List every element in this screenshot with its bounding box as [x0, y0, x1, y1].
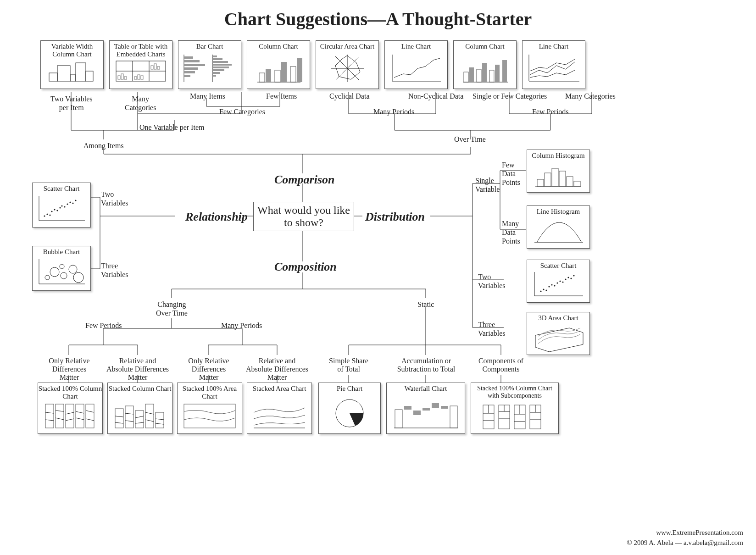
svg-rect-185 — [115, 409, 123, 428]
svg-point-166 — [565, 278, 566, 280]
card-waterfall: Waterfall Chart — [386, 383, 465, 434]
svg-rect-189 — [156, 412, 164, 428]
lbl-few-items: Few Items — [266, 92, 297, 100]
svg-rect-95 — [212, 64, 232, 66]
lbl-changing-over-time: Changing Over Time — [156, 300, 188, 317]
lbl-many-categories-top: Many Categories — [565, 92, 616, 100]
svg-line-182 — [66, 419, 74, 421]
lbl-components: Components of Components — [475, 357, 527, 373]
svg-point-135 — [67, 203, 68, 205]
lbl-many-categories: Many Categories — [125, 94, 156, 112]
lbl-single-few-cat: Single or Few Categories — [472, 92, 547, 100]
card-stacked-100-area: Stacked 100% Area Chart — [177, 383, 242, 434]
card-column-histogram: Column Histogram — [527, 150, 590, 193]
svg-rect-174 — [86, 404, 94, 428]
svg-rect-86 — [184, 60, 200, 62]
card-var-width-column: Variable Width Column Chart — [40, 40, 104, 89]
svg-line-194 — [156, 419, 164, 420]
svg-point-134 — [64, 206, 65, 207]
svg-rect-66 — [49, 73, 57, 81]
svg-line-181 — [56, 418, 64, 420]
lbl-single-variable: Single Variable — [475, 176, 500, 194]
svg-rect-173 — [76, 404, 84, 428]
lbl-two-variables-r: Two Variables — [478, 272, 506, 290]
svg-rect-170 — [45, 404, 54, 428]
card-caption: Pie Chart — [319, 385, 380, 393]
svg-line-198 — [145, 420, 154, 422]
svg-rect-85 — [184, 56, 193, 59]
credit-copyright: © 2009 A. Abela — a.v.abela@gmail.com — [627, 539, 743, 547]
svg-point-169 — [573, 275, 574, 276]
svg-point-161 — [551, 284, 552, 285]
svg-rect-79 — [138, 75, 140, 79]
svg-line-193 — [145, 412, 154, 414]
svg-marker-111 — [335, 56, 360, 79]
svg-rect-118 — [482, 63, 487, 82]
svg-rect-172 — [66, 404, 74, 428]
svg-point-163 — [556, 282, 558, 283]
svg-rect-214 — [530, 405, 541, 429]
svg-line-110 — [335, 56, 359, 80]
card-caption: Waterfall Chart — [387, 385, 465, 393]
svg-rect-213 — [514, 405, 525, 429]
svg-rect-149 — [545, 173, 551, 187]
svg-point-168 — [570, 278, 572, 279]
card-circular-area: Circular Area Chart — [316, 40, 379, 89]
svg-rect-121 — [502, 60, 507, 82]
svg-rect-105 — [290, 67, 296, 82]
svg-rect-205 — [404, 406, 411, 410]
card-stacked-area: Stacked Area Chart — [247, 383, 312, 434]
svg-point-128 — [49, 214, 50, 216]
svg-rect-209 — [441, 406, 448, 409]
lbl-one-var-per-item: One Variable per Item — [139, 123, 204, 132]
card-caption: Line Histogram — [527, 208, 589, 216]
card-column-chart: Column Chart — [247, 40, 310, 89]
svg-rect-120 — [495, 65, 500, 82]
svg-point-158 — [543, 289, 544, 290]
branch-relationship: Relationship — [185, 210, 248, 224]
svg-rect-200 — [184, 404, 235, 428]
lbl-two-variables: Two Variables — [101, 190, 128, 207]
svg-point-159 — [545, 289, 547, 291]
svg-rect-186 — [125, 406, 133, 428]
page-title: Chart Suggestions—A Thought-Starter — [0, 8, 756, 30]
card-scatter-2: Scatter Chart — [527, 260, 590, 303]
lbl-only-rel-1: Only Relative Differences Matter — [44, 357, 94, 382]
svg-rect-101 — [259, 73, 265, 82]
card-caption: Stacked 100% Column Chart — [38, 385, 102, 401]
svg-rect-67 — [57, 66, 70, 81]
svg-rect-212 — [499, 405, 510, 429]
svg-rect-171 — [56, 404, 64, 428]
svg-rect-152 — [567, 177, 573, 187]
svg-point-132 — [59, 207, 61, 208]
svg-point-144 — [60, 264, 64, 269]
svg-rect-206 — [413, 411, 421, 415]
svg-line-176 — [56, 411, 64, 411]
card-caption: Stacked Area Chart — [247, 385, 311, 393]
lbl-many-items: Many Items — [190, 92, 225, 100]
svg-rect-98 — [212, 72, 220, 74]
svg-line-192 — [135, 416, 144, 418]
card-caption: Scatter Chart — [33, 185, 90, 193]
svg-point-146 — [73, 272, 83, 283]
card-scatter: Scatter Chart — [32, 183, 91, 228]
svg-line-175 — [45, 412, 54, 413]
svg-rect-76 — [121, 74, 123, 79]
svg-point-131 — [56, 210, 58, 211]
svg-line-179 — [86, 411, 94, 412]
svg-rect-88 — [184, 67, 198, 70]
svg-rect-97 — [212, 69, 224, 71]
svg-point-133 — [61, 205, 62, 206]
branch-composition: Composition — [274, 260, 337, 274]
lbl-among-items: Among Items — [83, 141, 124, 150]
svg-rect-210 — [450, 406, 457, 428]
svg-rect-82 — [154, 64, 156, 69]
card-caption: Scatter Chart — [527, 262, 589, 270]
lbl-over-time: Over Time — [454, 135, 486, 144]
svg-point-130 — [54, 209, 55, 210]
lbl-static: Static — [417, 300, 434, 309]
svg-rect-150 — [552, 168, 558, 187]
lbl-non-cyclical: Non-Cyclical Data — [408, 92, 463, 100]
svg-rect-81 — [151, 66, 153, 69]
svg-rect-69 — [76, 63, 86, 81]
